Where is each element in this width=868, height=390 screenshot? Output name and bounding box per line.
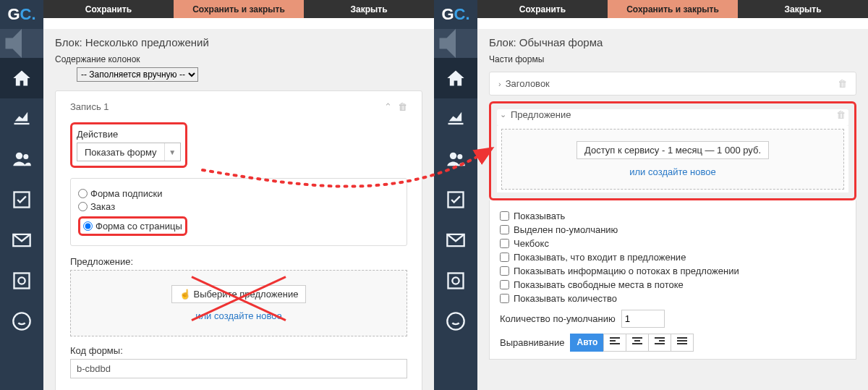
align-justify-button[interactable]: [671, 334, 694, 352]
pick-offer-button[interactable]: ☝ Выберите предложение: [171, 285, 307, 303]
form-parts-label: Части формы: [489, 54, 856, 64]
chevron-down-icon: ▼: [164, 143, 180, 161]
svg-rect-13: [448, 274, 464, 289]
svg-point-11: [457, 154, 462, 159]
svg-point-14: [452, 277, 459, 284]
nav-mail-icon[interactable]: [434, 220, 477, 260]
svg-rect-0: [14, 123, 30, 124]
svg-point-2: [23, 154, 28, 159]
svg-point-5: [18, 277, 25, 284]
save-button[interactable]: Сохранить: [477, 0, 608, 18]
nav-safe-icon[interactable]: [0, 260, 43, 301]
offer-label: Предложение:: [70, 256, 407, 267]
create-new-link[interactable]: или создайте новое: [195, 310, 281, 321]
delete-section-icon[interactable]: 🗑: [836, 109, 846, 120]
radio-order[interactable]: [78, 202, 88, 211]
block-title: Блок: Обычная форма: [489, 36, 856, 48]
save-close-button[interactable]: Сохранить и закрыть: [174, 0, 304, 18]
offer-highlight: ⌄ Предложение 🗑 Доступ к сервису - 1 мес…: [489, 101, 856, 200]
fill-mode-select[interactable]: -- Заполняется вручную --: [77, 67, 198, 82]
nav-chat-icon[interactable]: [434, 301, 477, 342]
section-header-row[interactable]: › Заголовок 🗑: [489, 72, 856, 96]
nav-home-icon[interactable]: [0, 58, 43, 98]
delete-record-icon[interactable]: 🗑: [398, 101, 407, 112]
svg-point-10: [450, 153, 456, 159]
align-left-button[interactable]: [603, 334, 626, 352]
nav-mail-icon[interactable]: [0, 220, 43, 260]
align-auto-button[interactable]: Авто: [570, 334, 603, 352]
nav-safe-icon[interactable]: [434, 260, 477, 301]
block-title: Блок: Несколько предложений: [55, 36, 422, 48]
cb-show-contents[interactable]: [500, 253, 509, 262]
nav-home-icon[interactable]: [434, 58, 477, 98]
svg-rect-4: [14, 274, 30, 289]
align-right-button[interactable]: [648, 334, 671, 352]
cb-default-selected[interactable]: [500, 225, 509, 234]
nav-stats-icon[interactable]: [0, 98, 43, 139]
cb-show-streams[interactable]: [500, 266, 509, 276]
form-code-input[interactable]: [70, 359, 407, 378]
nav-check-icon[interactable]: [0, 179, 43, 220]
nav-users-icon[interactable]: [434, 139, 477, 179]
qty-default-input[interactable]: [621, 310, 665, 328]
action-label: Действие: [77, 129, 181, 140]
collapse-icon[interactable]: ⌃: [384, 101, 392, 112]
radio-subscribe-form[interactable]: [78, 189, 88, 198]
cb-show-free-seats[interactable]: [500, 280, 509, 289]
qty-default-label: Количество по-умолчанию: [500, 313, 616, 324]
cb-show-qty[interactable]: [500, 294, 509, 303]
columns-content-label: Содержание колонок: [55, 54, 422, 64]
section-offer-row[interactable]: ⌄ Предложение 🗑: [497, 109, 848, 126]
sound-icon[interactable]: [0, 29, 43, 58]
align-label: Выравнивание: [500, 337, 564, 348]
cb-show[interactable]: [500, 211, 509, 221]
nav-stats-icon[interactable]: [434, 98, 477, 139]
chevron-right-icon: ›: [498, 80, 501, 88]
hand-icon: ☝: [179, 289, 191, 300]
close-button[interactable]: Закрыть: [738, 0, 868, 18]
cb-checkbox[interactable]: [500, 239, 509, 248]
close-button[interactable]: Закрыть: [304, 0, 434, 18]
save-close-button[interactable]: Сохранить и закрыть: [608, 0, 738, 18]
svg-rect-9: [448, 123, 464, 124]
delete-section-icon[interactable]: 🗑: [838, 78, 847, 89]
action-select[interactable]: Показать форму ▼: [77, 143, 181, 161]
selected-offer[interactable]: Доступ к сервису - 1 месяц — 1 000 руб.: [576, 141, 769, 159]
svg-point-15: [447, 313, 464, 329]
align-center-button[interactable]: [626, 334, 648, 352]
svg-point-6: [13, 313, 30, 329]
create-new-link[interactable]: или создайте новое: [629, 166, 715, 177]
nav-check-icon[interactable]: [434, 179, 477, 220]
radio-page-form[interactable]: [83, 221, 93, 231]
nav-users-icon[interactable]: [0, 139, 43, 179]
chevron-down-icon: ⌄: [500, 110, 506, 119]
form-code-label: Код формы:: [70, 345, 407, 356]
record-title: Запись 1: [70, 101, 109, 112]
save-button[interactable]: Сохранить: [43, 0, 174, 18]
nav-chat-icon[interactable]: [0, 301, 43, 342]
sound-icon[interactable]: [434, 29, 477, 58]
svg-point-1: [16, 153, 22, 159]
action-highlight: Действие Показать форму ▼: [70, 122, 187, 168]
